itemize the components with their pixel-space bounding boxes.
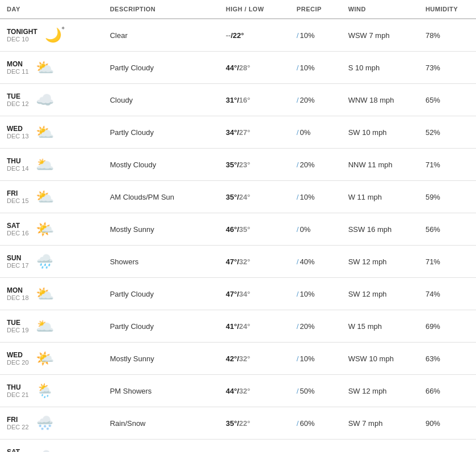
day-date: DEC 15 (7, 197, 29, 204)
description-cell: Clear (103, 19, 219, 52)
highlow-cell: 46°/35° (219, 213, 290, 246)
precip-cell: / 10% (290, 278, 342, 310)
description-cell: Snow Showers (103, 440, 219, 453)
day-name: FRI (7, 416, 29, 424)
humidity-cell: 66% (419, 375, 476, 407)
weather-icon: 🌙✦ (42, 24, 65, 47)
precip-cell: / 50% (290, 440, 342, 453)
weather-icon: ⛅ (33, 282, 56, 305)
wind-cell: WNW 18 mph (342, 84, 419, 116)
precip-icon: / (297, 354, 299, 363)
precip-value: 20% (300, 160, 314, 169)
table-row: WED DEC 13 ⛅ Partly Cloudy 34°/27° / 0% … (0, 116, 476, 149)
humidity-cell: 71% (419, 149, 476, 181)
precip-value: 10% (300, 354, 314, 363)
weather-icon: ⛅ (33, 121, 56, 143)
table-row: SAT DEC 16 🌤️ Mostly Sunny 46°/35° / 0% … (0, 213, 476, 246)
weather-table: DAY DESCRIPTION HIGH / LOW PRECIP WIND H… (0, 0, 476, 452)
highlow-cell: 47°/34° (219, 278, 290, 310)
humidity-cell: 59% (419, 181, 476, 213)
day-cell: THU DEC 14 🌥️ (0, 149, 103, 181)
precip-icon: / (297, 419, 299, 428)
highlow-cell: 35°/23° (219, 149, 290, 181)
highlow-cell: 42°/32° (219, 343, 290, 375)
description-cell: Rain/Snow (103, 407, 219, 440)
precip-icon: / (297, 225, 299, 234)
day-name: SAT (7, 448, 29, 452)
wind-cell: W 11 mph (342, 181, 419, 213)
day-cell: THU DEC 21 🌦️ (0, 375, 103, 407)
weather-icon: 🌦️ (33, 379, 56, 402)
day-cell: MON DEC 11 ⛅ (0, 52, 103, 84)
header-day: DAY (0, 0, 103, 19)
wind-cell: S 10 mph (342, 52, 419, 84)
description-cell: AM Clouds/PM Sun (103, 181, 219, 213)
highlow-cell: 34°/27° (219, 116, 290, 149)
wind-cell: WSW 7 mph (342, 19, 419, 52)
day-name: SAT (7, 222, 29, 230)
precip-icon: / (297, 257, 299, 266)
highlow-cell: 35°/24° (219, 181, 290, 213)
highlow-cell: 41°/24° (219, 310, 290, 343)
precip-icon: / (297, 387, 299, 395)
precip-icon: / (297, 290, 299, 298)
day-date: DEC 16 (7, 230, 29, 236)
description-cell: Mostly Sunny (103, 213, 219, 246)
day-name: TUE (7, 92, 29, 100)
precip-value: 50% (300, 387, 314, 395)
precip-cell: / 10% (290, 19, 342, 52)
table-row: TUE DEC 12 ☁️ Cloudy 31°/16° / 20% WNW 1… (0, 84, 476, 116)
humidity-cell: 73% (419, 52, 476, 84)
table-row: TUE DEC 19 🌥️ Partly Cloudy 41°/24° / 20… (0, 310, 476, 343)
header-humidity: HUMIDITY (419, 0, 476, 19)
humidity-cell: 74% (419, 278, 476, 310)
day-date: DEC 12 (7, 100, 29, 107)
precip-cell: / 20% (290, 149, 342, 181)
weather-icon: ☁️ (33, 88, 56, 111)
description-cell: Mostly Cloudy (103, 149, 219, 181)
weather-icon: 🌧️ (33, 250, 56, 273)
day-date: DEC 11 (7, 68, 29, 75)
day-name: TUE (7, 319, 29, 327)
precip-value: 20% (300, 322, 314, 331)
precip-icon: / (297, 64, 299, 72)
description-cell: Partly Cloudy (103, 278, 219, 310)
day-date: DEC 22 (7, 424, 29, 430)
humidity-cell: 63% (419, 343, 476, 375)
day-name: FRI (7, 189, 29, 197)
wind-cell: NNW 11 mph (342, 149, 419, 181)
day-cell: WED DEC 20 🌤️ (0, 343, 103, 375)
precip-icon: / (297, 128, 299, 137)
precip-value: 10% (300, 290, 314, 298)
wind-cell: WSW 10 mph (342, 343, 419, 375)
highlow-cell: --/22° (219, 19, 290, 52)
day-date: DEC 17 (7, 262, 29, 269)
header-precip: PRECIP (290, 0, 342, 19)
weather-icon: 🌥️ (33, 153, 56, 176)
day-date: DEC 10 (7, 36, 37, 43)
precip-icon: / (297, 322, 299, 331)
day-name: MON (7, 286, 29, 294)
day-cell: TUE DEC 12 ☁️ (0, 84, 103, 116)
day-cell: TONIGHT DEC 10 🌙✦ (0, 19, 103, 52)
precip-value: 0% (300, 128, 310, 137)
highlow-cell: 47°/32° (219, 246, 290, 278)
description-cell: Cloudy (103, 84, 219, 116)
wind-cell: SW 12 mph (342, 375, 419, 407)
description-cell: Partly Cloudy (103, 116, 219, 149)
day-cell: SUN DEC 17 🌧️ (0, 246, 103, 278)
precip-cell: / 0% (290, 116, 342, 149)
wind-cell: SW 7 mph (342, 407, 419, 440)
day-name: MON (7, 60, 29, 68)
precip-cell: / 10% (290, 343, 342, 375)
precip-icon: / (297, 31, 299, 40)
precip-icon: / (297, 193, 299, 201)
day-cell: FRI DEC 15 ⛅ (0, 181, 103, 213)
day-cell: SAT DEC 23 ☁️* * (0, 440, 103, 453)
header-highlow: HIGH / LOW (219, 0, 290, 19)
day-date: DEC 18 (7, 294, 29, 301)
day-date: DEC 13 (7, 133, 29, 140)
precip-value: 40% (300, 257, 314, 266)
day-cell: TUE DEC 19 🌥️ (0, 310, 103, 343)
description-cell: Mostly Sunny (103, 343, 219, 375)
